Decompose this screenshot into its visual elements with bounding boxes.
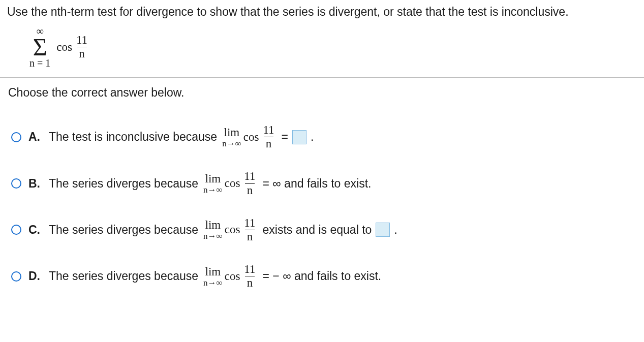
sigma-summation: ∞ Σ n = 1 bbox=[29, 26, 50, 68]
instruction-text: Use the nth-term test for divergence to … bbox=[7, 5, 637, 19]
series-fraction: 11 n bbox=[74, 34, 89, 60]
option-d-limit: lim n→∞ cos 11 n bbox=[201, 263, 259, 289]
option-b[interactable]: B. The series diverges because lim n→∞ c… bbox=[11, 170, 637, 196]
lower-bound: n = 1 bbox=[29, 58, 50, 68]
option-d-text: The series diverges because lim n→∞ cos … bbox=[49, 263, 381, 289]
option-c-fillbox[interactable] bbox=[376, 223, 390, 237]
sigma-symbol: Σ bbox=[33, 36, 47, 58]
option-c-text: The series diverges because lim n→∞ cos … bbox=[49, 217, 397, 243]
series-func: cos bbox=[56, 41, 72, 54]
option-d-letter: D. bbox=[28, 269, 42, 283]
radio-b[interactable] bbox=[11, 178, 21, 189]
series-expression: ∞ Σ n = 1 cos 11 n bbox=[29, 26, 637, 68]
option-b-letter: B. bbox=[28, 177, 42, 191]
option-a-limit: lim n→∞ cos 11 n bbox=[220, 124, 278, 150]
prompt-text: Choose the correct answer below. bbox=[8, 86, 637, 100]
radio-a[interactable] bbox=[11, 132, 21, 142]
option-a-letter: A. bbox=[28, 130, 42, 144]
option-d[interactable]: D. The series diverges because lim n→∞ c… bbox=[11, 263, 637, 289]
radio-d[interactable] bbox=[11, 271, 21, 282]
radio-c[interactable] bbox=[11, 225, 21, 235]
divider bbox=[0, 77, 644, 78]
option-c-letter: C. bbox=[28, 223, 42, 237]
option-c-limit: lim n→∞ cos 11 n bbox=[201, 217, 259, 243]
option-b-text: The series diverges because lim n→∞ cos … bbox=[49, 170, 371, 196]
option-c[interactable]: C. The series diverges because lim n→∞ c… bbox=[11, 217, 637, 243]
option-b-limit: lim n→∞ cos 11 n bbox=[201, 170, 259, 196]
option-a[interactable]: A. The test is inconclusive because lim … bbox=[11, 124, 637, 150]
option-a-fillbox[interactable] bbox=[292, 130, 306, 144]
option-a-text: The test is inconclusive because lim n→∞… bbox=[49, 124, 314, 150]
options-group: A. The test is inconclusive because lim … bbox=[7, 124, 637, 289]
